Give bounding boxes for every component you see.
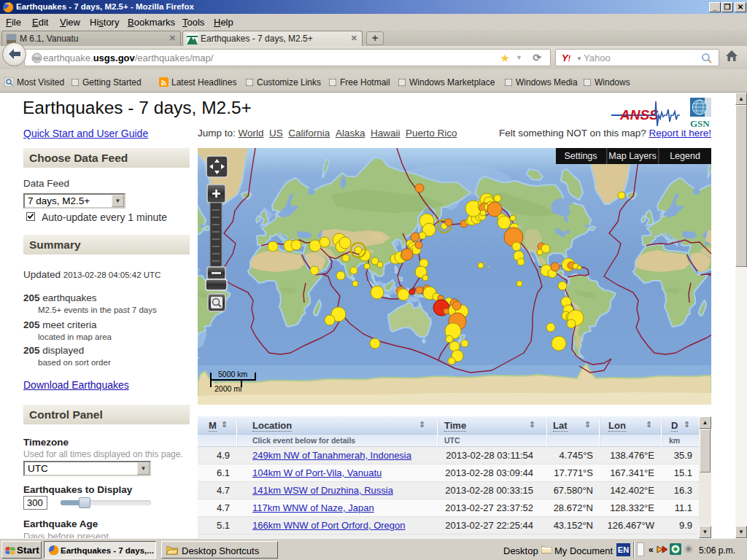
svg-text:5000 km: 5000 km xyxy=(218,370,248,378)
svg-text:2000 mi: 2000 mi xyxy=(214,384,241,393)
svg-text:Map Layers: Map Layers xyxy=(608,151,656,161)
svg-text:Settings: Settings xyxy=(564,151,597,161)
svg-text:ANSS: ANSS xyxy=(619,107,659,122)
svg-text:GSN: GSN xyxy=(690,118,710,128)
svg-text:Legend: Legend xyxy=(670,151,700,161)
